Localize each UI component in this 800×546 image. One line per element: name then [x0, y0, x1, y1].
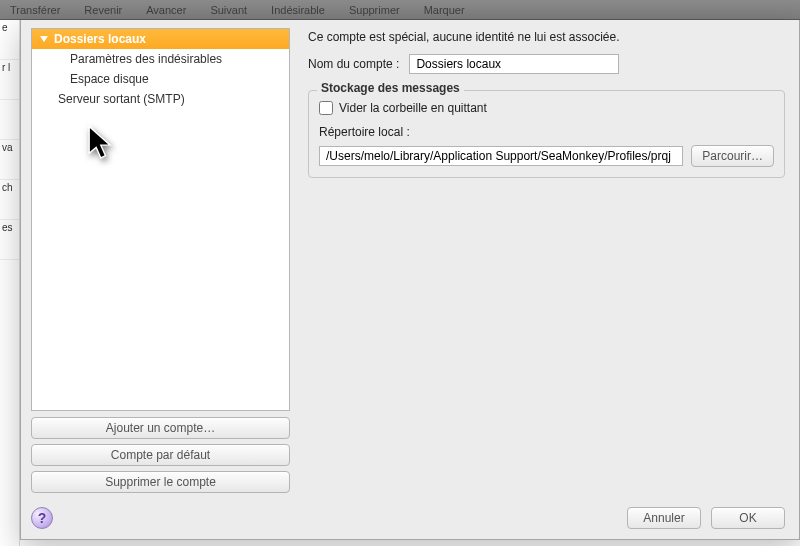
tree-group-local-folders[interactable]: Dossiers locaux	[32, 29, 289, 49]
toolbar-item[interactable]: Indésirable	[271, 4, 325, 16]
dialog-footer: ? Annuler OK	[21, 499, 799, 539]
browse-button[interactable]: Parcourir…	[691, 145, 774, 167]
toolbar-item[interactable]: Marquer	[424, 4, 465, 16]
set-default-account-button[interactable]: Compte par défaut	[31, 444, 290, 466]
empty-trash-label: Vider la corbeille en quittant	[339, 101, 487, 115]
toolbar-item[interactable]: Transférer	[10, 4, 60, 16]
empty-trash-checkbox[interactable]	[319, 101, 333, 115]
account-settings-dialog: Dossiers locaux Paramètres des indésirab…	[20, 20, 800, 540]
message-storage-group: Stockage des messages Vider la corbeille…	[308, 90, 785, 178]
account-settings-panel: Ce compte est spécial, aucune identité n…	[296, 20, 799, 499]
tree-item-smtp[interactable]: Serveur sortant (SMTP)	[32, 89, 289, 109]
tree-group-label: Dossiers locaux	[54, 32, 146, 46]
help-button[interactable]: ?	[31, 507, 53, 529]
tree-item-junk-settings[interactable]: Paramètres des indésirables	[32, 49, 289, 69]
app-toolbar: Transférer Revenir Avancer Suivant Indés…	[0, 0, 800, 20]
toolbar-item[interactable]: Revenir	[84, 4, 122, 16]
toolbar-item[interactable]: Supprimer	[349, 4, 400, 16]
parent-window-sliver: er lvaches	[0, 20, 20, 546]
ok-button[interactable]: OK	[711, 507, 785, 529]
local-dir-label: Répertoire local :	[319, 125, 774, 139]
toolbar-item[interactable]: Suivant	[210, 4, 247, 16]
account-tree[interactable]: Dossiers locaux Paramètres des indésirab…	[31, 28, 290, 411]
account-description: Ce compte est spécial, aucune identité n…	[308, 30, 785, 44]
tree-item-disk-space[interactable]: Espace disque	[32, 69, 289, 89]
toolbar-item[interactable]: Avancer	[146, 4, 186, 16]
delete-account-button[interactable]: Supprimer le compte	[31, 471, 290, 493]
disclosure-triangle-icon[interactable]	[40, 36, 48, 42]
cancel-button[interactable]: Annuler	[627, 507, 701, 529]
account-name-label: Nom du compte :	[308, 57, 399, 71]
account-name-input[interactable]	[409, 54, 619, 74]
add-account-button[interactable]: Ajouter un compte…	[31, 417, 290, 439]
account-tree-panel: Dossiers locaux Paramètres des indésirab…	[21, 20, 296, 499]
local-dir-input[interactable]	[319, 146, 683, 166]
message-storage-title: Stockage des messages	[317, 81, 464, 95]
